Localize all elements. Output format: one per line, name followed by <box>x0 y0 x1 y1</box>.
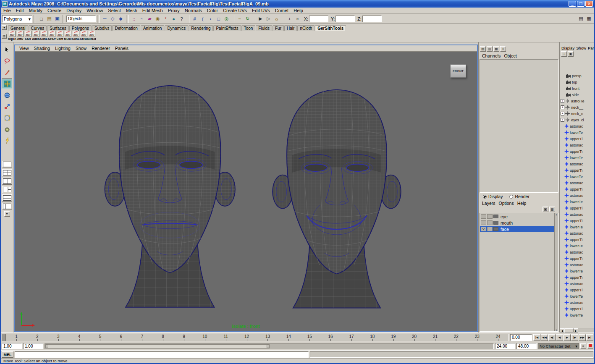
make-live-icon[interactable]: ◎ <box>223 15 231 23</box>
open-scene-icon[interactable]: ▤ <box>45 15 53 23</box>
expand-icon[interactable]: + <box>561 105 564 109</box>
frame-label[interactable]: 9 <box>173 334 194 341</box>
menu-item[interactable]: Create <box>45 8 64 13</box>
outliner-item-camera[interactable]: top <box>560 79 594 85</box>
layer-color-swatch[interactable] <box>493 227 498 231</box>
animation-end-field[interactable] <box>516 343 537 349</box>
playback-button[interactable]: ◀| <box>548 334 556 341</box>
frame-label[interactable]: 2 <box>27 334 48 341</box>
manip-hyperbolic-icon[interactable]: ▦ <box>493 46 499 52</box>
outliner-item-blendshape[interactable]: upperTi <box>560 167 594 173</box>
outliner-menu-item[interactable]: Show <box>575 46 587 50</box>
frame-label[interactable]: 8 <box>152 334 173 341</box>
menu-item[interactable]: Comet <box>273 8 291 13</box>
outliner-item-blendshape[interactable]: lowerTe <box>560 173 594 180</box>
scroll-up-icon[interactable]: ▲ <box>555 213 558 216</box>
shelf-button[interactable]: mel JntO <box>16 31 24 42</box>
shelf-tab[interactable]: Hair <box>284 25 297 31</box>
mask-surfaces-icon[interactable]: ▰ <box>146 15 154 23</box>
menu-item[interactable]: File <box>1 8 13 13</box>
shelf-button[interactable]: mel ConE <box>40 31 48 42</box>
shelf-tab[interactable]: Polygons <box>69 25 92 31</box>
shelf-button[interactable]: mel S&R <box>24 31 32 42</box>
playback-button[interactable]: ▶ <box>564 334 571 341</box>
snap-to-curves-icon[interactable]: ( <box>199 15 207 23</box>
layer-playback-toggle[interactable] <box>487 220 493 225</box>
playback-button[interactable]: ▶| <box>586 334 593 341</box>
panel-menu-item[interactable]: View <box>17 46 31 51</box>
scale-tool-button[interactable] <box>2 101 12 112</box>
frame-label[interactable]: 10 <box>194 334 215 341</box>
frame-label[interactable]: 14 <box>278 334 299 341</box>
character-set-dropdown[interactable]: No Character Set ▾ <box>538 343 579 349</box>
shelf-button[interactable]: mel RigTe <box>8 31 16 42</box>
panel-menu-item[interactable]: Renderer <box>89 46 113 51</box>
layer-playback-toggle[interactable] <box>487 214 493 219</box>
menu-item[interactable]: Normals <box>182 8 204 13</box>
shelf-button[interactable]: mel AddA <box>32 31 40 42</box>
outliner-item-blendshape[interactable]: astonac <box>560 262 594 268</box>
show-manipulator-tool-button[interactable] <box>2 135 12 146</box>
layer-visibility-toggle[interactable] <box>481 220 486 225</box>
menu-set-selector[interactable]: Polygons ▾ <box>2 15 32 23</box>
frame-label[interactable]: 5 <box>90 334 111 341</box>
menu-item[interactable]: Color <box>204 8 220 13</box>
shelf-button[interactable]: mel MiJoi <box>64 31 72 42</box>
render-current-frame-icon[interactable]: ▶ <box>257 15 265 23</box>
layout-two-pane-button[interactable] <box>2 178 12 185</box>
layer-visibility-toggle[interactable] <box>481 214 486 219</box>
shelf-tab[interactable]: Dynamics <box>165 25 188 31</box>
shelf-button[interactable]: mel BleEd <box>88 31 96 42</box>
layer-visibility-toggle[interactable]: V <box>481 227 486 231</box>
outliner-item-blendshape[interactable]: lowerTe <box>560 155 594 161</box>
mask-points-icon[interactable]: :: <box>130 15 138 23</box>
move-tool-button[interactable] <box>2 79 12 89</box>
shelf-tab[interactable]: Surfaces <box>47 25 68 31</box>
outliner-menu-item[interactable]: Display <box>561 46 575 50</box>
shelf-tab[interactable]: Deformation <box>112 25 140 31</box>
menu-item[interactable]: Select <box>105 8 123 13</box>
playback-start-field[interactable] <box>23 343 43 349</box>
panel-menu-item[interactable]: Panels <box>113 46 131 51</box>
outliner-item-blendshape[interactable]: lowerTe <box>560 199 594 205</box>
scroll-down-icon[interactable]: ▼ <box>555 329 558 331</box>
frame-label[interactable]: 23 <box>467 334 488 341</box>
menu-item[interactable]: Proxy <box>165 8 182 13</box>
shelf-tab[interactable]: Toon <box>241 25 256 31</box>
playback-button[interactable]: ◀◀ <box>541 334 548 341</box>
snap-to-points-icon[interactable]: • <box>207 15 215 23</box>
outliner-item-group[interactable]: + astroHe <box>560 98 594 104</box>
shelf-button[interactable]: mel CreBl <box>80 31 88 42</box>
lasso-tool-button[interactable] <box>2 56 12 66</box>
frame-label[interactable]: 4 <box>69 334 90 341</box>
layout-four-pane-button[interactable] <box>2 169 12 176</box>
channel-box-menu-item[interactable]: Channels <box>480 53 502 58</box>
channel-box-menu-item[interactable]: Object <box>502 53 518 58</box>
playback-range-bar[interactable] <box>45 344 270 348</box>
select-by-object-icon[interactable]: ◇ <box>109 15 117 23</box>
layout-horizontal-split-button[interactable] <box>2 194 12 202</box>
playback-button[interactable]: ◀ <box>556 334 563 341</box>
outliner-menu-item[interactable]: Pane <box>587 46 595 50</box>
soft-mod-tool-button[interactable] <box>2 124 12 134</box>
outliner-item-blendshape[interactable]: upperTi <box>560 205 594 211</box>
scrollbar-thumb[interactable] <box>564 328 574 333</box>
ipr-render-icon[interactable]: ▷ <box>265 15 273 23</box>
expand-icon[interactable]: + <box>561 118 564 122</box>
frame-label[interactable]: 6 <box>110 334 131 341</box>
outliner-item-blendshape[interactable]: astonac <box>560 249 594 255</box>
frame-label[interactable]: 22 <box>446 334 467 341</box>
shelf-tab[interactable]: Curves <box>29 25 47 31</box>
time-slider[interactable]: 123456789101112131415161718192021222324 <box>2 334 509 341</box>
frame-label[interactable]: 1 <box>6 334 27 341</box>
menu-item[interactable]: Display <box>64 8 84 13</box>
range-slider[interactable] <box>45 343 494 349</box>
outliner-tree[interactable]: persp top front <box>560 57 594 328</box>
layer-editor-menu-item[interactable]: Layers <box>480 201 497 206</box>
snap-to-grids-icon[interactable]: # <box>191 15 199 23</box>
outliner-item-blendshape[interactable]: upperTi <box>560 236 594 243</box>
outliner-item-group[interactable]: + eyes_ci <box>560 117 594 123</box>
shelf-button[interactable]: mel Cont <box>56 31 64 42</box>
maximize-button[interactable]: ❐ <box>577 1 585 7</box>
channel-list-area[interactable] <box>480 59 558 193</box>
